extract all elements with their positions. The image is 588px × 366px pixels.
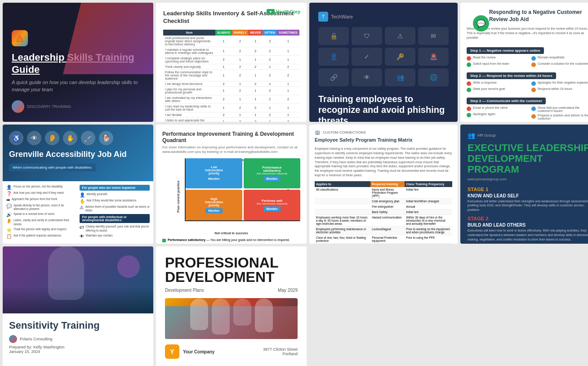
- tip-icon-7: ⭐: [6, 228, 12, 232]
- icon-warning: ⚠: [385, 27, 415, 45]
- tip-icon-1: 👤: [6, 185, 12, 190]
- monitor-btn-2: Monitor: [263, 176, 281, 181]
- q-low-intervention: Low intervention priority Monitor: [186, 158, 242, 189]
- vision-header: For people who are vision impaired:: [80, 185, 150, 191]
- card1-subtitle: A quick guide on how you can develop lea…: [12, 79, 144, 93]
- step-item: Solicit input from the team: [467, 62, 528, 67]
- step-item: Apologize again: [467, 112, 528, 117]
- monitor-btn-4: Monitor: [263, 206, 281, 211]
- card-inventory: Leadership Skills Inventory & Self-Asses…: [156, 3, 307, 122]
- prof-dev-image: [165, 298, 298, 339]
- sensitivity-image: [3, 246, 153, 313]
- step-item: Email or phone the client: [467, 106, 528, 111]
- hr-brand: HR Group: [477, 133, 496, 138]
- your-company-brand: Y Your Company: [165, 344, 214, 359]
- chat-icon: 💬: [473, 15, 489, 31]
- vision-icon: 👁: [27, 131, 41, 145]
- step-item: Remain empathetic: [531, 56, 588, 61]
- icon-alert: 🚨: [418, 48, 449, 66]
- intel-tip-2: 👁 Maintain eye contact.: [80, 234, 150, 239]
- step-item: Read the review: [467, 56, 528, 61]
- quadrant-chart: Critical to success Not critical to succ…: [162, 158, 300, 235]
- card-executive: 👥 HR Group EXECUTIVE LEADERSHIP DEVELOPM…: [460, 125, 588, 244]
- mobility-icon: 🦯: [81, 131, 95, 145]
- col-freq: Class Training Frequency: [405, 181, 452, 187]
- card1-brand: DISCOVERY TRAINING: [12, 100, 144, 113]
- hr-group-logo: 👥 HR Group: [468, 132, 588, 139]
- table-row: Employees performing maintenance or elec…: [315, 226, 452, 235]
- address-line2: Portland: [263, 352, 298, 356]
- icon-link: 🔗: [318, 68, 349, 86]
- healthcorp-name: HealthCorp: [276, 9, 300, 14]
- card6-title: Performance Improvement Training & Devel…: [162, 131, 300, 143]
- col-applies: Applies to: [315, 181, 370, 187]
- table-row: Fire extinguisherAnnual: [315, 204, 452, 209]
- step-label-2: Step 2 — Respond to the review within 24…: [467, 72, 556, 79]
- step-1: Step 1 — Negative review appears onlineR…: [467, 45, 588, 68]
- tip-7: ⭐ Treat the person with dignity and resp…: [6, 228, 77, 232]
- tip-3: ➡ Approach the person from the front.: [6, 197, 77, 202]
- meta-right: May 2029: [278, 288, 298, 293]
- quadrant-legend: Performance satisfactory — You are hitti…: [162, 238, 300, 244]
- tip-2: ❓ Ask how you can help and if they need.: [6, 191, 77, 196]
- vision-tip-1: 👤 Identify yourself.: [80, 192, 150, 197]
- table-row: I plan for my personal and professional …: [163, 86, 299, 95]
- q-satisfactory: Performance satisfactory (No interventio…: [244, 158, 300, 189]
- address-line1: 3877 Clinton Street: [263, 347, 298, 352]
- special-tips: For people who are vision impaired: 👤 Id…: [80, 185, 150, 241]
- bullet-icon: [467, 62, 471, 67]
- card-techware: T TechWare 🔒 🛡 ⚠ ✉ 👤 ✓ 🔑 🚨 🔗 👁 👥 🌐 Train…: [309, 3, 458, 122]
- stage-text: Executives will learn how to work in tea…: [468, 228, 588, 241]
- icon-check: ✓: [352, 48, 382, 66]
- sensitivity-body: Sensitivity Training Polaris Consulting …: [3, 313, 153, 360]
- icon-network: 🌐: [418, 68, 449, 86]
- person2: [212, 299, 230, 335]
- safety-logo-icon: 🏢: [315, 130, 320, 135]
- brand-logo-icon: [12, 100, 24, 113]
- icon-user: 👥: [385, 68, 415, 86]
- table-row: I listen to and appreciate the perspecti…: [163, 117, 299, 122]
- table-row: Users of fixed industrial or portable la…: [315, 243, 452, 244]
- step-item: Write a response: [467, 81, 528, 86]
- tip-icon-2: ❓: [6, 191, 12, 196]
- wheelchair-icon: ♿: [9, 131, 23, 145]
- icon-email: ✉: [418, 27, 449, 45]
- card-accessibility: ♿ 👁 👂 ✋ 🦯 🐕 Grenville Accessibility Job …: [3, 125, 153, 244]
- stages-container: STAGE 1 KNOW AND LEAD SELF Executives wi…: [468, 187, 588, 244]
- checklist-table: Item ALWAYS RARELY NEVER OFTEN SOMETIMES…: [163, 30, 299, 122]
- bullet-icon: [467, 113, 471, 117]
- accessibility-header: ♿ 👁 👂 ✋ 🦯 🐕 Grenville Accessibility Job …: [3, 125, 153, 181]
- card5-title: Grenville Accessibility Job Aid: [9, 150, 147, 160]
- axis-left-label: Poor current practice: [177, 180, 180, 212]
- step-item: Propose a solution and deliver to the cu…: [531, 114, 588, 120]
- intel-tip-1: 🏷 Clearly identify yourself, your role a…: [80, 225, 150, 232]
- polaris-logo: Polaris Consulting: [9, 335, 147, 343]
- step-2: Step 2 — Respond to the review within 24…: [467, 70, 588, 94]
- hand-icon: ✋: [63, 131, 77, 145]
- person1: [190, 299, 208, 330]
- healthcorp-icon: [267, 9, 275, 14]
- card-review-job-aid: 💬 Responding to a Negative Customer Revi…: [460, 3, 588, 122]
- techware-logo: T TechWare: [318, 12, 449, 22]
- safety-table: Applies to Required training Class Train…: [315, 181, 452, 244]
- table-row: Back SafetyInitial hire: [315, 209, 452, 214]
- card7-title: Employee Safety Program Training Matrix: [315, 137, 413, 143]
- bullet-icon: [467, 56, 471, 61]
- table-row: I maintain a regular schedule to attend …: [163, 47, 299, 55]
- card4-title: Responding to a Negative Customer Review…: [489, 9, 588, 23]
- card8-title: EXECUTIVE LEADERSHIP DEVELOPMENT PROGRAM: [468, 143, 588, 175]
- icon-shield: 🛡: [352, 27, 382, 45]
- step-item: State your service goal: [467, 87, 528, 92]
- table-row: I can read my leadership skills to suit …: [163, 103, 299, 112]
- tip-5: 🔊 Speak in a normal tone of voice.: [6, 212, 77, 217]
- table-row: Think clearly and logically12212: [163, 64, 299, 69]
- legend-dot: [162, 239, 166, 242]
- legend-item: Performs well — You perform the practice…: [162, 243, 300, 244]
- bullet-icon: [467, 81, 471, 86]
- company-address: 3877 Clinton Street Portland: [263, 347, 298, 356]
- card5-subtitle: When communicating with people with disa…: [9, 164, 96, 171]
- card-sensitivity: Sensitivity Training Polaris Consulting …: [3, 246, 153, 366]
- prepared-by: Prepared by: Kelly Washington: [9, 345, 147, 349]
- tip-6: 👂 Listen, clarify and verify to understa…: [6, 219, 77, 226]
- stage-stage-1: STAGE 1 KNOW AND LEAD SELF Executives wi…: [468, 187, 588, 212]
